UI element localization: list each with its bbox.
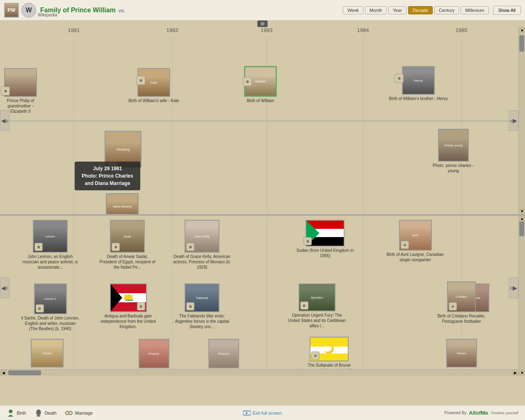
calendar-icon: ⚙ <box>401 241 409 249</box>
millenium-btn[interactable]: Millenium <box>461 6 488 14</box>
item-label: il Sartre, Death of John Lennon, English… <box>21 315 80 331</box>
item-label: Birth of Avril Lavigne, Canadian singer-… <box>386 252 445 262</box>
scroll-down-btn-bottom[interactable]: ▼ <box>519 370 525 376</box>
calendar-icon: ⚙ <box>1 87 10 96</box>
list-item[interactable]: diana wedding Photo: diana_wedding <box>98 193 147 216</box>
list-item[interactable]: Cristiano ⚙ Birth of Cristiano Ronaldo, … <box>435 281 488 324</box>
list-item[interactable]: Sadat 🗓 Death of Anwar Sadat, President … <box>98 220 157 270</box>
list-item[interactable]: Lennon 🗓 John Lennon, an English musicia… <box>21 220 80 270</box>
month-btn[interactable]: Month <box>365 6 387 14</box>
scroll-left-button-bottom[interactable]: ◀||| <box>0 278 10 298</box>
divider-1985 <box>461 35 462 214</box>
header: PW W Family of Prince William vs. Wikipe… <box>0 0 525 21</box>
item-label: The Falklands War ends: Argentine forces… <box>172 313 232 329</box>
calendar-icon: 🗓 <box>186 302 194 310</box>
item-label: Antigua and Barbuda gain independence fr… <box>98 313 158 329</box>
bottom-bar: Birth Death Marriage Exit full screen <box>0 405 525 420</box>
calendar-icon: 🗓 <box>186 243 194 251</box>
svg-rect-1 <box>37 410 41 415</box>
scrollbar-horizontal-thumb <box>8 370 41 375</box>
list-item[interactable]: Lennon 2 🗓 il Sartre, Death of John Lenn… <box>21 283 80 331</box>
scrollbar-thumb <box>519 35 524 52</box>
marriage-legend: Marriage <box>65 409 93 417</box>
tooltip-date: July 29 1981 <box>80 165 135 172</box>
list-item[interactable]: 🗓 Sudan (from United Kingdom in 1956) <box>295 220 355 258</box>
list-item[interactable]: Falklands 🗓 The Falklands War ends: Arge… <box>172 283 232 329</box>
scrollbar-thumb-bottom <box>519 220 524 236</box>
list-item[interactable]: William ⚙ Birth of William <box>234 66 287 103</box>
death-label: Death <box>45 411 57 415</box>
scrollbar-vertical-top[interactable]: ▼ ▲ <box>518 27 525 214</box>
item-label: Photo: prince charles - young <box>431 163 476 173</box>
list-item[interactable]: 🌙 ⚙ The Sultanate of Brunei becomes inde… <box>299 337 359 373</box>
calendar-icon: ⚙ <box>136 76 145 85</box>
scroll-down-btn[interactable]: ▼ <box>519 208 525 214</box>
nav-buttons: Week Month Year Decade Century Millenium… <box>343 6 521 15</box>
item-label: Death of Grace Kelly, American actress, … <box>172 254 232 270</box>
divider-b1984 <box>363 216 363 376</box>
exit-fullscreen-button[interactable]: Exit full screen <box>243 410 282 416</box>
list-item[interactable]: Person2 <box>127 339 180 368</box>
list-item[interactable]: Person <box>21 339 74 368</box>
year-1985: 1985 <box>456 27 468 33</box>
death-legend: Death <box>34 409 57 417</box>
tooltip-text: Photo: Prince Charles and Diana Marriage <box>80 172 135 187</box>
item-label: Death of Anwar Sadat, President of Egypt… <box>98 254 157 270</box>
list-item[interactable]: Grace Kelly 🗓 Death of Grace Kelly, Amer… <box>172 220 232 270</box>
item-label: Operation Urgent Fury: The United States… <box>287 313 347 329</box>
birth-label: Birth <box>17 411 26 415</box>
wikipedia-icon: W <box>21 3 36 18</box>
calendar-icon: ⚙ <box>449 302 457 310</box>
item-label: Birth of William <box>234 98 287 103</box>
svg-point-4 <box>66 411 69 415</box>
divider-1983 <box>267 35 267 214</box>
scroll-right-button[interactable]: |||▶ <box>509 110 518 131</box>
list-item[interactable]: Person3 <box>197 339 250 368</box>
year-1984: 1984 <box>357 27 369 33</box>
calendar-icon: 🗓 <box>137 302 145 310</box>
brand-logo: AllofMe <box>469 410 488 416</box>
avatar: PW <box>4 3 19 18</box>
header-subtitle: Wikipedia <box>38 12 57 17</box>
list-item[interactable]: Henry ⚙ Birth of William's brother - Hen… <box>386 66 451 101</box>
calendar-icon: ⚙ <box>311 352 320 360</box>
item-label: Birth of William's wife - Kate <box>127 98 180 103</box>
svg-rect-3 <box>37 415 41 416</box>
birth-icon <box>7 409 15 417</box>
scroll-left-button[interactable]: ◀||| <box>0 110 10 131</box>
list-item[interactable]: Operation 🗓 Operation Urgent Fury: The U… <box>287 283 347 329</box>
scrollbar-vertical-bottom[interactable]: ▼ ▲ <box>518 216 525 376</box>
list-item[interactable]: ⚙ Prince Philip of grandmother - Elizabe… <box>0 68 41 114</box>
year-1983: 1983 <box>261 27 273 33</box>
birth-legend: Birth <box>7 409 26 417</box>
svg-point-5 <box>69 411 72 415</box>
timeline-midline <box>0 121 518 121</box>
scrollbar-horizontal-bottom[interactable]: ◀ ▶ <box>0 369 518 376</box>
item-label: John Lennon, an English musician and pea… <box>21 254 80 270</box>
scroll-right-h-btn[interactable]: ▶ <box>512 370 518 376</box>
marriage-icon <box>65 409 73 417</box>
divider-1982 <box>172 35 173 214</box>
scroll-left-h-btn[interactable]: ◀ <box>0 370 7 376</box>
week-btn[interactable]: Week <box>343 6 363 14</box>
calendar-icon: 🗓 <box>34 243 43 251</box>
scroll-up-btn[interactable]: ▲ <box>519 27 525 33</box>
year-btn[interactable]: Year <box>388 6 406 14</box>
powered-by-text: Powered By <box>444 411 466 415</box>
list-item[interactable]: Person <box>435 339 488 368</box>
year-1982: 1982 <box>167 27 178 33</box>
divider-1981 <box>74 35 74 214</box>
svg-point-0 <box>9 410 12 413</box>
header-vs: vs. <box>119 7 126 14</box>
marriage-label: Marriage <box>75 411 93 415</box>
list-item[interactable]: Avril ⚙ Birth of Avril Lavigne, Canadian… <box>386 220 445 262</box>
list-item[interactable]: Kate ⚙ Birth of William's wife - Kate <box>127 68 180 103</box>
scroll-right-button-bottom[interactable]: |||▶ <box>509 278 518 298</box>
decade-btn[interactable]: Decade <box>408 6 433 14</box>
show-all-button[interactable]: Show All <box>493 6 521 15</box>
divider-b1983 <box>267 216 267 376</box>
scroll-up-btn-bottom[interactable]: ▲ <box>519 216 525 221</box>
list-item[interactable]: Charles young Photo: prince charles - yo… <box>431 129 476 173</box>
list-item[interactable]: 🗓 Antigua and Barbuda gain independence … <box>98 283 158 329</box>
century-btn[interactable]: Century <box>434 6 459 14</box>
